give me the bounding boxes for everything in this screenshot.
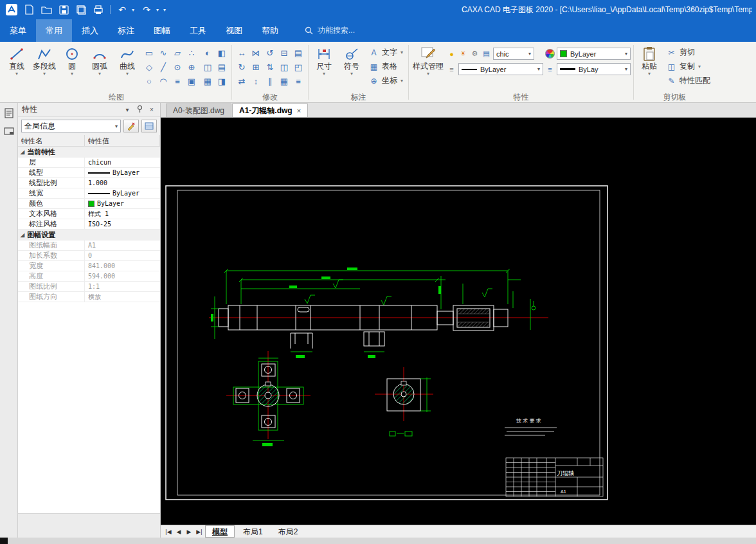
corner-tool-icon[interactable]: ◰	[291, 60, 305, 74]
save-all-icon[interactable]	[73, 3, 89, 17]
symbol-tool-button[interactable]: 符号 ▾	[339, 44, 364, 77]
doc-tab-assembly[interactable]: A0-装配图.dwg	[166, 104, 231, 117]
copy-button[interactable]: ◫ 复制 ▾	[664, 60, 713, 73]
layer-print-icon[interactable]: ▤	[482, 49, 491, 59]
close-panel-icon[interactable]: ×	[147, 106, 156, 113]
save-icon[interactable]	[56, 3, 71, 17]
spline-tool-button[interactable]: 曲线 ▾	[114, 44, 140, 77]
property-row-layer[interactable]: 层 chicun	[18, 158, 160, 168]
halfcircle-tool-icon[interactable]: ◐	[201, 46, 215, 60]
hatch-lines-tool-icon[interactable]: ≡	[170, 74, 184, 88]
menu-tab-insert[interactable]: 插入	[72, 19, 108, 42]
parallelogram-tool-icon[interactable]: ▱	[170, 46, 184, 60]
arc-tool-button[interactable]: 圆弧 ▾	[87, 44, 113, 77]
join-tool-icon[interactable]: ⋈	[249, 46, 263, 60]
stretch-tool-icon[interactable]: ↕	[249, 74, 263, 88]
table-tool-button[interactable]: ▦ 表格	[366, 60, 406, 73]
property-row-orientation[interactable]: 图纸方向 横放	[18, 292, 160, 302]
prev-layout-icon[interactable]: ◀	[174, 529, 183, 535]
rows2-tool-icon[interactable]: ▤	[291, 46, 305, 60]
line-tool-button[interactable]: 直线 ▾	[4, 44, 30, 77]
property-row-color[interactable]: 颜色 ByLayer	[18, 199, 160, 209]
menu-tab-home[interactable]: 常用	[36, 19, 72, 42]
point-tool-icon[interactable]: ⊙	[170, 60, 184, 74]
match-properties-button[interactable]: ✎ 特性匹配	[664, 74, 713, 87]
rotate-ccw-tool-icon[interactable]: ↺	[263, 46, 277, 60]
property-row-dim-style[interactable]: 标注风格 ISO-25	[18, 219, 160, 230]
pick-list-button[interactable]	[141, 120, 157, 132]
undo-icon[interactable]: ↶	[114, 3, 130, 17]
close-tab-icon[interactable]: ×	[297, 107, 301, 114]
menu-tab-help[interactable]: 帮助	[252, 19, 288, 42]
text-tool-button[interactable]: A 文字 ▾	[366, 46, 406, 59]
cut-button[interactable]: ✂ 剪切	[664, 46, 713, 59]
center-mark-tool-icon[interactable]: ⊕	[184, 60, 199, 74]
layout-tab-layout2[interactable]: 布局2	[271, 525, 305, 538]
swap-tool-icon[interactable]: ⇅	[263, 60, 277, 74]
list-tool-icon[interactable]: ≡	[291, 74, 305, 88]
layout-tab-layout1[interactable]: 布局1	[236, 525, 270, 538]
property-row-scale[interactable]: 图纸比例 1:1	[18, 282, 160, 292]
pin-icon[interactable]	[135, 105, 144, 114]
fill-tool-icon[interactable]: ▣	[184, 74, 199, 88]
menu-tab-menu[interactable]: 菜单	[0, 19, 36, 42]
block-tool-icon[interactable]: ◨	[215, 74, 229, 88]
layer-freeze-icon[interactable]: ☀	[458, 49, 468, 59]
property-row-width[interactable]: 宽度 841.000	[18, 261, 160, 271]
segment-tool-icon[interactable]: ╱	[156, 60, 170, 74]
function-search[interactable]: 功能搜索...	[305, 25, 355, 36]
copy-tool-icon[interactable]: ◫	[277, 60, 291, 74]
half-fill-tool-icon[interactable]: ◧	[215, 46, 229, 60]
menu-tab-view[interactable]: 视图	[216, 19, 252, 42]
array-tool-icon[interactable]: ⊞	[249, 60, 263, 74]
rectangle-tool-icon[interactable]: ▭	[142, 46, 156, 60]
trim-tool-icon[interactable]: ⊟	[277, 46, 291, 60]
offset-tool-icon[interactable]: ∥	[263, 74, 277, 88]
panel-menu-icon[interactable]: ▾	[123, 106, 132, 113]
cad-canvas[interactable]: 技 术 要 求	[161, 118, 756, 525]
polygon-tool-icon[interactable]: ◇	[142, 60, 156, 74]
layout-tab-model[interactable]: 模型	[205, 525, 235, 538]
layer-lock-icon[interactable]: ⚙	[470, 49, 480, 59]
arc2-tool-icon[interactable]: ◠	[156, 74, 170, 88]
wave-tool-icon[interactable]: ∿	[156, 46, 170, 60]
color-wheel-icon[interactable]	[545, 49, 555, 59]
table-tool-icon[interactable]: ▦	[201, 74, 215, 88]
style-manager-button[interactable]: 样式管理 ▾	[411, 44, 445, 77]
new-file-icon[interactable]	[21, 3, 37, 17]
mirror-tool-icon[interactable]: ⇄	[235, 74, 249, 88]
lineweight-list-icon[interactable]: ≡	[545, 64, 555, 74]
property-group-current[interactable]: ◢ 当前特性	[18, 147, 160, 158]
quick-access-customize-icon[interactable]: ▾	[163, 7, 168, 13]
scatter-tool-icon[interactable]: ∴	[184, 46, 199, 60]
redo-icon[interactable]: ↷	[139, 3, 154, 17]
doc-tab-knife-roller-shaft[interactable]: A1-刀辊轴.dwg ×	[232, 104, 308, 117]
layer-select[interactable]: chic ▾	[493, 48, 534, 60]
open-file-icon[interactable]	[39, 3, 54, 17]
first-layout-icon[interactable]: |◀	[164, 529, 173, 535]
lineweight-select[interactable]: ByLay ▾	[557, 63, 631, 75]
property-row-text-style[interactable]: 文本风格 样式 1	[18, 209, 160, 219]
linetype-select[interactable]: ByLayer ▾	[458, 63, 543, 75]
polyline-tool-button[interactable]: 多段线 ▾	[32, 44, 57, 77]
sheet-palette-icon[interactable]	[3, 125, 15, 138]
clear-selection-button[interactable]	[123, 120, 139, 132]
paste-button[interactable]: 粘贴 ▾	[636, 44, 662, 77]
menu-tab-sheet[interactable]: 图幅	[144, 19, 180, 42]
layer-on-icon[interactable]: ●	[447, 49, 456, 59]
property-row-height[interactable]: 高度 594.000	[18, 271, 160, 282]
property-group-sheet[interactable]: ◢ 图幅设置	[18, 230, 160, 240]
rotate-tool-icon[interactable]: ↻	[235, 60, 249, 74]
circle-tool-button[interactable]: 圆 ▾	[59, 44, 85, 77]
menu-tab-annotate[interactable]: 标注	[108, 19, 144, 42]
grid-tool-icon[interactable]: ▦	[277, 74, 291, 88]
property-row-lengthen-factor[interactable]: 加长系数 0	[18, 251, 160, 261]
move-tool-icon[interactable]: ↔	[235, 46, 249, 60]
property-row-lineweight[interactable]: 线宽 ByLayer	[18, 188, 160, 199]
redo-dropdown-icon[interactable]: ▾	[156, 7, 161, 13]
undo-dropdown-icon[interactable]: ▾	[132, 7, 137, 13]
properties-filter-select[interactable]: 全局信息 ▾	[21, 120, 121, 132]
ellipse-tool-icon[interactable]: ○	[142, 74, 156, 88]
property-row-linetype-scale[interactable]: 线型比例 1.000	[18, 178, 160, 188]
menu-tab-tools[interactable]: 工具	[180, 19, 216, 42]
